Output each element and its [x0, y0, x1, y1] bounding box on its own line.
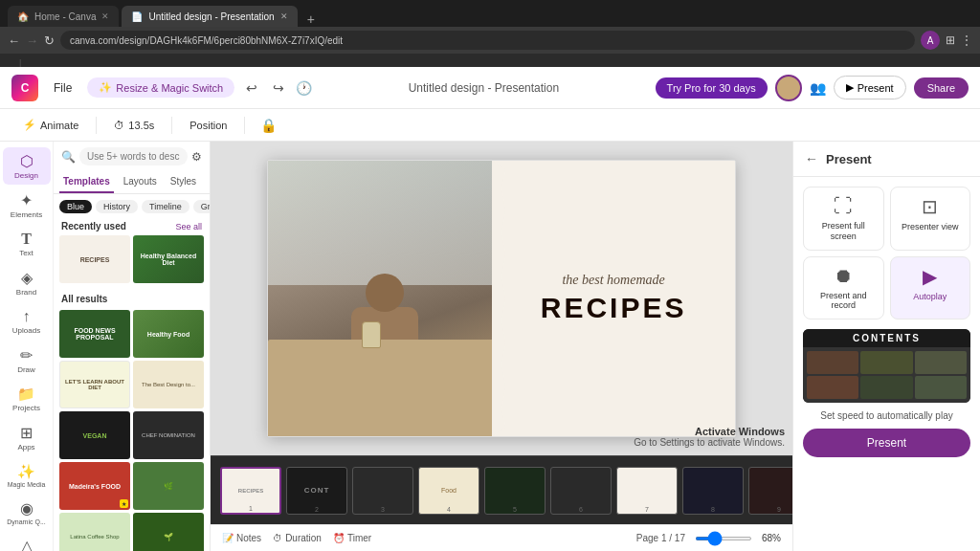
filter-icon[interactable]: ⚙: [191, 150, 202, 164]
film-thumb-5[interactable]: 5: [484, 467, 546, 515]
extensions-icon[interactable]: ⊞: [946, 33, 955, 47]
template-3-label: LET'S LEARN ABOUT DIET: [60, 377, 129, 392]
notes-btn[interactable]: 📝 Notes: [222, 533, 261, 543]
template-4[interactable]: The Best Design to...: [133, 361, 204, 408]
sidebar-item-design[interactable]: ⬡ Design: [3, 147, 51, 185]
contents-cell-3: [915, 351, 967, 374]
film-thumb-6[interactable]: 6: [550, 467, 612, 515]
add-people-icon[interactable]: 👥: [810, 80, 826, 96]
bookmark-impact[interactable]: [59, 62, 67, 64]
sidebar-item-brand[interactable]: ◈ Brand: [3, 264, 51, 301]
recent-1-label: RECIPES: [80, 256, 110, 263]
address-bar[interactable]: canva.com/design/DAGHk4k6FM/6perci80bhNM…: [60, 31, 915, 50]
tab-layouts[interactable]: Layouts: [120, 171, 161, 193]
sidebar-item-text[interactable]: T Text: [3, 226, 51, 262]
zoom-slider[interactable]: [695, 537, 752, 540]
tab-home-close[interactable]: ✕: [101, 11, 109, 21]
present-action-btn[interactable]: Present: [803, 429, 970, 457]
nav-forward[interactable]: →: [26, 33, 38, 48]
nav-refresh[interactable]: ↻: [44, 33, 55, 48]
lock-icon: 🔒: [260, 118, 277, 133]
try-pro-label: Try Pro for 30 days: [667, 82, 756, 94]
position-btn[interactable]: Position: [182, 117, 234, 134]
tag-green[interactable]: Green: [193, 200, 210, 213]
template-1[interactable]: FOOD NEWS PROPOSAL: [59, 310, 130, 358]
tag-timeline[interactable]: Timeline: [142, 200, 189, 213]
sidebar-item-google-drive[interactable]: △ Google Drive: [3, 532, 51, 551]
template-2[interactable]: Healthy Food: [133, 310, 204, 358]
bookmark-important[interactable]: [36, 62, 44, 64]
profile-icon[interactable]: A: [921, 31, 940, 50]
template-10[interactable]: 🌱: [133, 513, 204, 551]
lock-btn[interactable]: 🔒: [255, 115, 282, 136]
sidebar-item-apps[interactable]: ⊞ Apps: [3, 419, 51, 456]
template-9[interactable]: Latina Coffee Shop: [59, 513, 130, 551]
film-thumb-8[interactable]: 8: [682, 467, 744, 515]
sidebar-item-uploads[interactable]: ↑ Uploads: [3, 303, 51, 340]
autoplay-label: Autoplay: [913, 292, 947, 302]
film-thumb-7[interactable]: 7: [616, 467, 678, 515]
bookmark-gencraft[interactable]: [105, 62, 113, 64]
present-option-record[interactable]: ⏺ Present and record: [803, 256, 884, 320]
bookmark-fantasy[interactable]: [71, 62, 78, 64]
present-option-presenter[interactable]: ⊡ Presenter view: [890, 187, 971, 251]
tab-home[interactable]: 🏠 Home - Canva ✕: [8, 6, 119, 27]
menu-icon[interactable]: ⋮: [961, 33, 972, 47]
sidebar-item-elements[interactable]: ✦ Elements: [3, 187, 51, 224]
see-all-btn[interactable]: See all: [175, 222, 202, 231]
present-option-autoplay[interactable]: ▶ Autoplay: [890, 256, 971, 320]
film-thumb-3[interactable]: 3: [352, 467, 413, 515]
tag-blue[interactable]: Blue: [59, 200, 92, 213]
bookmark-home-pdf[interactable]: [82, 62, 90, 64]
film-thumb-2[interactable]: CONT 2: [286, 467, 347, 515]
duration-status-btn[interactable]: ⏱ Duration: [273, 533, 322, 543]
present-option-fullscreen[interactable]: ⛶ Present full screen: [803, 187, 884, 251]
bookmark-google-data[interactable]: [94, 62, 101, 64]
tag-history[interactable]: History: [96, 200, 138, 213]
template-8[interactable]: 🌿: [133, 462, 204, 510]
sidebar-item-dynamic-q[interactable]: ◉ Dynamic Q...: [3, 495, 51, 530]
tab-styles[interactable]: Styles: [167, 171, 200, 193]
present-btn[interactable]: ▶ Present: [834, 76, 906, 99]
animate-btn[interactable]: ⚡ Animate: [15, 116, 86, 134]
sidebar-item-projects[interactable]: 📁 Projects: [3, 381, 51, 417]
template-3[interactable]: LET'S LEARN ABOUT DIET: [59, 361, 130, 408]
film-thumb-1[interactable]: RECIPES 1: [220, 467, 281, 515]
sidebar-item-magic-media[interactable]: ✨ Magic Media: [3, 458, 51, 493]
template-6[interactable]: CHEF NOMINATION: [133, 411, 204, 459]
tab-design[interactable]: 📄 Untitled design - Presentation ✕: [122, 6, 297, 27]
slide-canvas[interactable]: the best homemade RECIPES: [267, 160, 736, 437]
bookmark-harlequin[interactable]: [128, 62, 136, 64]
bookmark-free-books[interactable]: [140, 62, 147, 64]
bookmark-home-canva[interactable]: [151, 62, 159, 64]
panel-back-icon[interactable]: ←: [805, 151, 818, 166]
timer-btn[interactable]: ⏰ Timer: [333, 533, 371, 543]
share-btn[interactable]: Share: [914, 77, 969, 99]
film-thumb-4[interactable]: Food 4: [418, 467, 479, 515]
bookmark-education[interactable]: [117, 62, 124, 64]
nav-back[interactable]: ←: [8, 33, 20, 48]
magic-resize-btn[interactable]: ✨ Resize & Magic Switch: [87, 77, 234, 98]
try-pro-btn[interactable]: Try Pro for 30 days: [656, 77, 768, 99]
duration-btn[interactable]: ⏱ 13.5s: [106, 117, 162, 134]
search-input[interactable]: [79, 147, 188, 165]
magic-media-icon: ✨: [17, 463, 35, 480]
redo-btn[interactable]: ↪: [269, 77, 288, 99]
new-tab-btn[interactable]: +: [303, 11, 319, 27]
recent-thumb-2[interactable]: Healthy Balanced Diet: [133, 235, 204, 283]
template-7[interactable]: Madeira's FOOD ★: [59, 462, 130, 510]
bookmark-wattpad[interactable]: [8, 62, 15, 64]
film-thumb-9[interactable]: 9: [748, 467, 792, 515]
file-menu[interactable]: File: [46, 77, 79, 99]
dynamic-q-icon: ◉: [20, 499, 33, 518]
recent-thumb-1[interactable]: RECIPES: [59, 235, 130, 283]
tab-templates[interactable]: Templates: [59, 171, 114, 193]
bookmark-all[interactable]: [965, 62, 972, 64]
tab-design-close[interactable]: ✕: [280, 11, 288, 21]
sidebar-item-draw[interactable]: ✏ Draw: [3, 342, 51, 379]
bookmark-wallstreet[interactable]: [48, 62, 56, 64]
bookmark-notifications[interactable]: [25, 62, 33, 64]
person-head: [366, 274, 404, 312]
template-5[interactable]: VEGAN: [59, 411, 130, 459]
undo-btn[interactable]: ↩: [242, 77, 261, 99]
